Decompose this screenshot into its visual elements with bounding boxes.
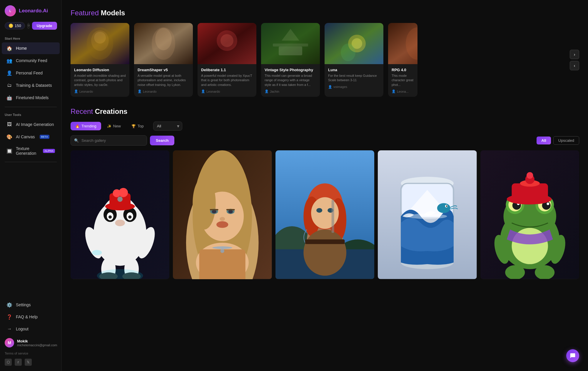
model-card-luna[interactable]: Luna For the best result keep Guidance S…	[325, 23, 383, 97]
sidebar-item-finetuned[interactable]: 🤖 Finetuned Models	[2, 92, 60, 104]
gallery-card-woman[interactable]: ⌘ ⸱⸱ ⛶	[173, 150, 272, 279]
author-icon-6: 👤	[392, 89, 396, 93]
model-art-1	[71, 23, 129, 64]
woman-cmd-btn[interactable]: ⌘	[243, 153, 251, 161]
svg-point-72	[303, 229, 346, 276]
sidebar-item-personal-feed[interactable]: 👤 Personal Feed	[2, 67, 60, 79]
panda-art	[71, 150, 169, 279]
twitter-icon[interactable]: 𝕏	[25, 359, 32, 366]
svg-point-83	[446, 205, 447, 207]
discord-icon[interactable]: ⬡	[5, 359, 12, 366]
carousel-next-button[interactable]: ›	[570, 50, 579, 59]
gallery-card-warrior[interactable]: ⌘ ⸱⸱ ⛶	[275, 150, 374, 279]
wave-wand-btn[interactable]: ⸱⸱	[457, 153, 465, 161]
model-card-deliberate[interactable]: Deliberate 1.1 A powerful model created …	[198, 23, 256, 97]
woman-wand-btn[interactable]: ⸱⸱	[252, 153, 260, 161]
svg-point-101	[527, 172, 533, 179]
filter-select[interactable]: All Images Canvas Upscaled	[153, 122, 182, 131]
warrior-cmd-btn[interactable]: ⌘	[345, 153, 353, 161]
logout-icon: →	[6, 326, 12, 332]
svg-point-95	[547, 202, 549, 205]
credits-badge[interactable]: 🪙 150	[5, 22, 25, 29]
search-bar: 🔍 Search All Upscaled	[71, 135, 579, 146]
community-icon: 👥	[6, 58, 12, 64]
sidebar-item-home[interactable]: 🏠 Home	[2, 42, 60, 54]
svg-point-81	[437, 203, 450, 213]
credits-icon: 🪙	[9, 24, 13, 28]
svg-point-11	[220, 34, 233, 47]
svg-rect-74	[331, 200, 334, 233]
woman-expand-btn[interactable]: ⛶	[261, 153, 270, 161]
panda-cmd-btn[interactable]: ⌘	[140, 153, 148, 161]
tab-top-label: Top	[138, 124, 144, 128]
model-art-6	[388, 23, 417, 64]
search-icon: 🔍	[74, 138, 79, 143]
model-info-1: Leonardo Diffusion A model with incredib…	[71, 64, 129, 97]
model-name-1: Leonardo Diffusion	[74, 68, 126, 72]
sidebar-item-settings[interactable]: ⚙️ Settings	[2, 299, 60, 311]
model-card-dreamshaper[interactable]: DreamShaper v5 A versatile model great a…	[134, 23, 193, 97]
warrior-expand-btn[interactable]: ⛶	[364, 153, 372, 161]
svg-point-70	[316, 208, 322, 213]
gallery-card-panda[interactable]: ⌘ ⸱⸱ ⛶	[71, 150, 169, 279]
faq-icon: ❓	[6, 314, 12, 320]
woman-art	[173, 150, 272, 279]
chat-bubble[interactable]	[566, 349, 579, 362]
help-icon[interactable]: ?	[27, 23, 30, 29]
model-card-vintage[interactable]: Vintage Style Photography This model can…	[261, 23, 320, 97]
sidebar-divider-1	[5, 107, 57, 107]
panda-expand-btn[interactable]: ⛶	[159, 153, 167, 161]
tab-trending[interactable]: 🔥 Trending	[71, 122, 101, 130]
frog-cmd-btn[interactable]: ⌘	[550, 153, 558, 161]
logo-name: Leonardo	[19, 8, 41, 14]
panda-wand-btn[interactable]: ⸱⸱	[149, 153, 158, 161]
upgrade-button[interactable]: Upgrade	[32, 22, 57, 30]
sidebar-label-community: Community Feed	[16, 58, 47, 63]
reddit-icon[interactable]: r	[15, 359, 22, 366]
sidebar-item-ai-image[interactable]: 🖼 AI Image Generation	[2, 119, 60, 130]
gallery-card-frog[interactable]: ⌘ ⸱⸱ ⛶	[480, 150, 579, 279]
sidebar-label-logout: Logout	[16, 327, 29, 331]
svg-point-58	[216, 221, 228, 228]
sidebar-item-ai-canvas[interactable]: 🎨 AI Canvas BETA	[2, 131, 60, 143]
carousel-prev-button[interactable]: ‹	[570, 61, 579, 70]
sidebar-item-training[interactable]: 🗂 Training & Datasets	[2, 79, 60, 91]
upscaled-view-button[interactable]: Upscaled	[553, 136, 579, 145]
svg-rect-55	[210, 209, 218, 210]
sidebar-item-texture[interactable]: 🔲 Texture Generation ALPHA	[2, 143, 60, 159]
user-tools-label: User Tools	[0, 110, 61, 118]
svg-rect-56	[226, 209, 235, 210]
wave-cmd-btn[interactable]: ⌘	[447, 153, 456, 161]
model-desc-1: A model with incredible shading and cont…	[74, 74, 126, 87]
sidebar-item-logout[interactable]: → Logout	[2, 323, 60, 335]
search-input[interactable]	[71, 135, 147, 146]
author-icon-1: 👤	[74, 89, 78, 93]
ai-canvas-icon: 🎨	[6, 134, 12, 140]
author-icon-2: 👤	[138, 89, 142, 93]
logo-container[interactable]: L Leonardo.Ai	[0, 0, 61, 20]
all-view-button[interactable]: All	[537, 137, 551, 144]
svg-point-104	[505, 265, 525, 279]
wave-expand-btn[interactable]: ⛶	[466, 153, 475, 161]
gallery-img-panda: ⌘ ⸱⸱ ⛶	[71, 150, 169, 279]
tab-new-label: New	[113, 124, 121, 128]
gallery-card-wave[interactable]: ⌘ ⸱⸱ ⛶	[378, 150, 477, 279]
frog-wand-btn[interactable]: ⸱⸱	[559, 153, 567, 161]
sidebar-item-community-feed[interactable]: 👥 Community Feed	[2, 55, 60, 66]
models-carousel-wrapper: Leonardo Diffusion A model with incredib…	[71, 23, 579, 97]
frog-expand-btn[interactable]: ⛶	[569, 153, 577, 161]
search-button[interactable]: Search	[150, 136, 174, 145]
model-card-leonardo-diffusion[interactable]: Leonardo Diffusion A model with incredib…	[71, 23, 129, 97]
sidebar-label-ai-image: AI Image Generation	[16, 122, 54, 127]
tab-new[interactable]: ✨ New	[102, 122, 126, 130]
filter-wrapper[interactable]: All Images Canvas Upscaled	[153, 122, 182, 131]
warrior-wand-btn[interactable]: ⸱⸱	[354, 153, 363, 161]
svg-point-60	[220, 249, 224, 253]
model-card-rpg[interactable]: RPG 4.0 This mode character great phot..…	[388, 23, 417, 97]
tab-top[interactable]: 🏆 Top	[127, 122, 148, 130]
sidebar-item-faq[interactable]: ❓ FAQ & Help	[2, 311, 60, 323]
model-name-2: DreamShaper v5	[138, 68, 189, 72]
model-desc-2: A versatile model great at both photorea…	[138, 74, 189, 87]
sidebar-bottom: ⚙️ Settings ❓ FAQ & Help → Logout M Moki…	[0, 299, 61, 371]
terms-link[interactable]: Terms of service	[0, 350, 61, 356]
